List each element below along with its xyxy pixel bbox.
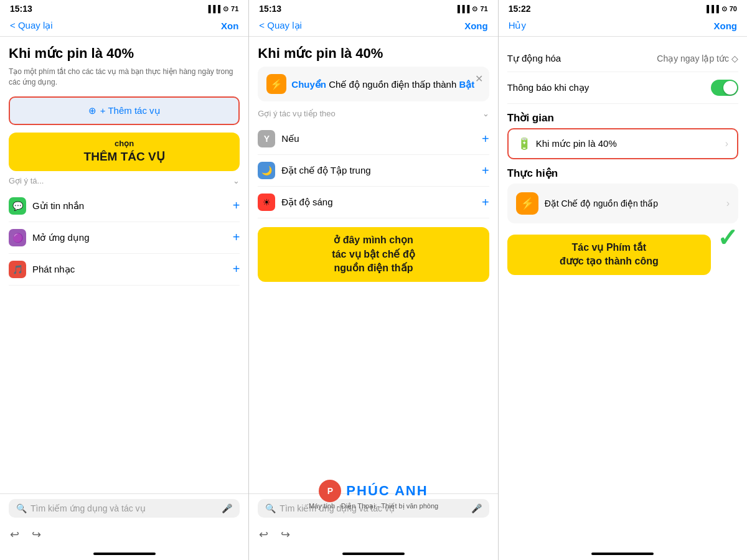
add-action-label: + Thêm tác vụ: [100, 105, 161, 116]
open-app-icon: 🟣: [9, 229, 26, 246]
phone3-callout: Tác vụ Phím tắtđược tạo thành công: [507, 235, 711, 275]
action-item-messages: 💬 Gửi tin nhắn +: [9, 190, 240, 222]
trigger-card[interactable]: 🔋 Khi mức pin là 40% ›: [507, 128, 738, 159]
callout-line2: THÊM TÁC VỤ: [17, 149, 231, 165]
add-messages-icon[interactable]: +: [233, 198, 240, 213]
home-indicator-2: [249, 548, 497, 560]
done-button-2[interactable]: Xong: [464, 21, 488, 31]
search-input-1[interactable]: 🔍 Tìm kiếm ứng dụng và tác vụ 🎤: [9, 499, 240, 518]
notify-label: Thông báo khi chạy: [507, 82, 590, 93]
focus-label: Đặt chế độ Tập trung: [281, 165, 370, 176]
battery-status-1: 71: [231, 5, 238, 12]
phone-3: 15:22 ▐▐▐ ⊙ 70 Hủy Xong Tự động hóa Chạy…: [499, 0, 747, 560]
watermark-logo-icon: P: [319, 480, 341, 502]
time-1: 15:13: [10, 4, 32, 14]
add-action-callout: chọn THÊM TÁC VỤ: [9, 133, 240, 171]
signal-icon-1: ▐▐▐: [206, 5, 220, 12]
add-action-button[interactable]: ⊕ + Thêm tác vụ: [9, 96, 240, 125]
suggestion-focus: 🌙 Đặt chế độ Tập trung +: [258, 155, 489, 187]
close-card-icon[interactable]: ✕: [475, 73, 483, 85]
mic-icon-1: 🎤: [222, 503, 232, 513]
battery-trigger-icon: 🔋: [517, 137, 531, 151]
brightness-icon: ☀: [258, 194, 275, 211]
wifi-icon-1: ⊙: [223, 5, 228, 13]
time-3: 15:22: [509, 4, 531, 14]
music-icon: 🎵: [9, 261, 26, 278]
phone2-content: Khi mức pin là 40% ⚡ Chuyển Chế độ nguồn…: [249, 37, 497, 493]
phone3-content: Tự động hóa Chạy ngay lập tức ◇ Thông bá…: [499, 37, 747, 548]
notify-toggle[interactable]: [711, 80, 738, 96]
section-label-2: Gợi ý tác vụ tiếp theo ⌄: [258, 109, 489, 118]
section-time-title: Thời gian: [507, 111, 738, 124]
action-result-icon: ⚡: [516, 192, 538, 215]
home-bar-3: [591, 553, 654, 555]
status-icons-1: ▐▐▐ ⊙ 71: [206, 5, 239, 13]
page-title-1: Khi mức pin là 40%: [9, 45, 240, 62]
section-label-1: Gợi ý tá... ⌄: [9, 176, 240, 185]
status-bar-2: 15:13 ▐▐▐ ⊙ 71: [249, 0, 497, 16]
success-checkmark-icon: ✓: [717, 223, 738, 252]
messages-label: Gửi tin nhắn: [32, 200, 84, 212]
phone1-content: Khi mức pin là 40% Tạo một phím tắt cho …: [0, 37, 248, 493]
battery-status-2: 71: [480, 5, 487, 12]
nav-bar-3: Hủy Xong: [499, 16, 747, 37]
wifi-icon-3: ⊙: [721, 5, 727, 13]
redo-icon-1[interactable]: ↪: [32, 528, 41, 541]
back-button-1[interactable]: < Quay lại: [10, 20, 53, 31]
brightness-label: Đặt độ sáng: [281, 197, 332, 208]
battery-status-3: 70: [730, 5, 737, 12]
status-icons-2: ▐▐▐ ⊙ 71: [455, 5, 488, 13]
search-icon-2: 🔍: [265, 503, 276, 513]
home-indicator-3: [499, 548, 747, 560]
chevron-right-auto-icon: ◇: [731, 54, 738, 63]
section-do-title: Thực hiện: [507, 167, 738, 180]
wifi-icon-2: ⊙: [472, 5, 477, 13]
done-button-3[interactable]: Xong: [713, 21, 737, 31]
action-item-open-app: 🟣 Mở ứng dụng +: [9, 222, 240, 254]
signal-icon-2: ▐▐▐: [455, 5, 469, 12]
plus-icon: ⊕: [88, 105, 96, 116]
mic-icon-2: 🎤: [471, 503, 482, 513]
redo-icon-2[interactable]: ↪: [281, 528, 290, 541]
phone-2: 15:13 ▐▐▐ ⊙ 71 < Quay lại Xong Khi mức p…: [249, 0, 498, 560]
add-music-icon[interactable]: +: [233, 262, 240, 276]
undo-icon-2[interactable]: ↩: [259, 528, 268, 541]
neu-label: Nếu: [281, 133, 299, 144]
automation-value[interactable]: Chạy ngay lập tức ◇: [657, 54, 738, 63]
action-card-text: Chuyển Chế độ nguồn điện thấp thành Bật: [291, 78, 474, 91]
search-placeholder-1: Tìm kiếm ứng dụng và tác vụ: [31, 503, 146, 513]
music-label: Phát nhạc: [32, 264, 75, 275]
open-app-label: Mở ứng dụng: [32, 232, 90, 243]
action-result-card: ⚡ Đặt Chế độ nguồn điện thấp ›: [507, 184, 738, 223]
phone-1: 15:13 ▐▐▐ ⊙ 71 < Quay lại Xon Khi mức pi…: [0, 0, 249, 560]
watermark-sub-text: Máy tính - Điện Thoại - Thiết bị văn phò…: [293, 502, 454, 510]
setting-notify: Thông báo khi chạy: [507, 72, 738, 104]
callout-line1: chọn: [17, 139, 231, 149]
done-button-1[interactable]: Xon: [221, 21, 238, 31]
back-button-2[interactable]: < Quay lại: [259, 20, 302, 31]
add-focus-icon[interactable]: +: [482, 164, 489, 178]
add-open-app-icon[interactable]: +: [233, 230, 240, 245]
action-result-chevron-icon: ›: [726, 198, 730, 209]
add-brightness-icon[interactable]: +: [482, 195, 489, 210]
add-neu-icon[interactable]: +: [482, 132, 489, 146]
bottom-nav-1: ↩ ↪: [0, 523, 248, 548]
action-item-music: 🎵 Phát nhạc +: [9, 254, 240, 286]
trigger-text: Khi mức pin là 40%: [536, 138, 617, 149]
home-indicator-1: [0, 548, 248, 560]
automation-label: Tự động hóa: [507, 53, 561, 64]
phones-wrapper: 15:13 ▐▐▐ ⊙ 71 < Quay lại Xon Khi mức pi…: [0, 0, 747, 560]
action-card-2: ⚡ Chuyển Chế độ nguồn điện thấp thành Bậ…: [258, 67, 489, 101]
undo-icon-1[interactable]: ↩: [10, 528, 19, 541]
chevron-down-icon-2: ⌄: [482, 109, 489, 118]
time-2: 15:13: [259, 4, 281, 14]
cancel-button-3[interactable]: Hủy: [509, 20, 526, 31]
focus-icon: 🌙: [258, 162, 275, 179]
chevron-down-icon-1: ⌄: [233, 176, 240, 185]
messages-icon: 💬: [9, 197, 26, 215]
home-bar-1: [93, 553, 156, 555]
home-bar-2: [342, 553, 405, 555]
setting-automation: Tự động hóa Chạy ngay lập tức ◇: [507, 45, 738, 72]
status-bar-1: 15:13 ▐▐▐ ⊙ 71: [0, 0, 248, 16]
action-result-text: Đặt Chế độ nguồn điện thấp: [545, 198, 658, 209]
